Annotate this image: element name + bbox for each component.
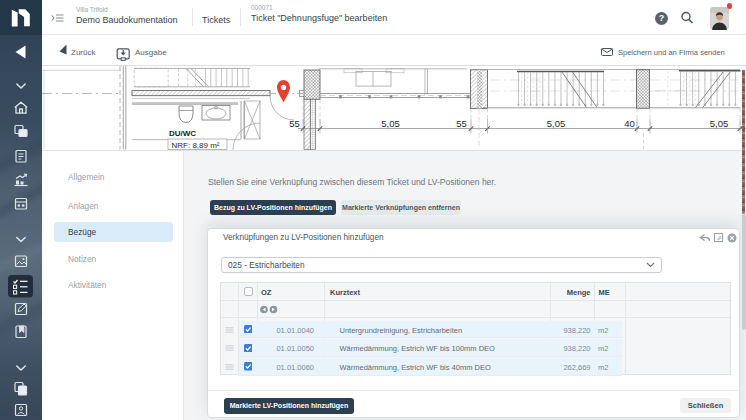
svg-text:55: 55 [289,118,300,129]
svg-text:55: 55 [456,118,467,129]
svg-text:5,05: 5,05 [710,118,729,129]
svg-text:40: 40 [624,118,635,129]
svg-text:DU/WC: DU/WC [169,129,196,138]
svg-text:5,05: 5,05 [381,118,400,129]
svg-text:5,05: 5,05 [547,118,566,129]
svg-text:NRF: 8,89 m²: NRF: 8,89 m² [172,141,220,150]
